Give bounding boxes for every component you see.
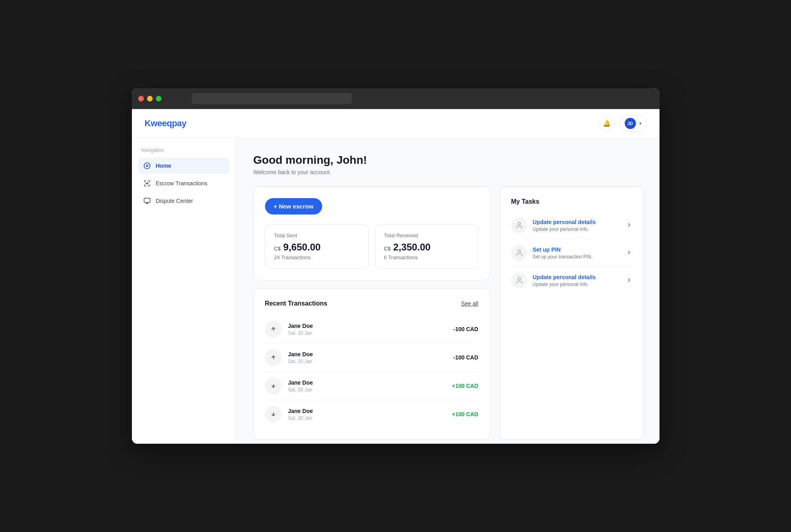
left-column: + New escrow Total Sent C$ 9,650.00 [253,187,490,440]
stat-received-count: 6 Transactions [384,254,469,260]
svg-point-10 [518,250,520,253]
nav-label: Navigation [138,147,229,153]
tasks-list: Update personal details Update your pers… [511,212,632,294]
tx-name: Jane Doe [288,351,447,357]
task-desc: Set up your transaction PIN. [533,254,621,260]
tx-date: Sat, 20 Jan [288,359,447,364]
transaction-item[interactable]: Jane Doe Sat, 20 Jan +100 CAD [265,372,478,400]
top-header: Kweeqpay 🔔 JD ▾ [132,109,659,138]
tasks-title: My Tasks [511,198,632,205]
stat-card-sent: Total Sent C$ 9,650.00 24 Transactions [265,224,369,269]
home-icon [143,162,151,170]
chevron-right-icon [626,277,632,284]
sidebar-item-dispute[interactable]: Dispute Center [138,193,229,209]
transaction-item[interactable]: Jane Doe Sat, 20 Jan -100 CAD [265,343,478,372]
tasks-card: My Tasks Update personal details Update … [500,187,644,440]
transaction-item[interactable]: Jane Doe Sat, 20 Jan +100 CAD [265,400,478,428]
chevron-right-icon [626,222,632,229]
close-button[interactable] [138,96,144,101]
sidebar-item-home[interactable]: Home [138,158,229,174]
tx-amount: +100 CAD [452,411,478,417]
sidebar-item-escrow[interactable]: Escrow Transactions [138,175,229,191]
task-desc: Update your personal info. [533,282,621,287]
main-layout: Navigation Home [132,138,659,444]
stat-sent-count: 24 Transactions [274,254,359,260]
stat-received-value: 2,350.00 [393,242,430,252]
tx-amount: -100 CAD [453,326,478,332]
traffic-lights [138,96,161,101]
greeting-title: Good morning, John! [253,154,644,167]
stat-received-amount: C$ 2,350.00 [384,242,469,253]
receive-icon [265,406,282,423]
sidebar-escrow-label: Escrow Transactions [156,180,207,187]
bell-icon: 🔔 [603,119,611,127]
svg-point-9 [518,222,520,225]
send-icon [265,349,282,366]
task-item[interactable]: Update personal details Update your pers… [511,212,632,239]
stat-sent-amount: C$ 9,650.00 [274,242,359,253]
app-body: Kweeqpay 🔔 JD ▾ Navigation [132,109,659,444]
task-title: Set up PIN [533,246,621,253]
recent-header: Recent Transactions See all [265,300,478,307]
stat-sent-label: Total Sent [274,232,359,238]
receive-icon [265,377,282,394]
dispute-icon [143,197,151,205]
svg-point-1 [146,165,148,167]
tx-date: Sat, 20 Jan [288,415,446,421]
content-area: Good morning, John! Welcome back to your… [236,138,659,444]
stats-row: Total Sent C$ 9,650.00 24 Transactions [265,224,478,269]
user-menu-button[interactable]: JD ▾ [620,115,647,132]
stat-received-label: Total Received [384,232,469,238]
task-desc: Update your personal info. [533,226,621,232]
tx-name: Jane Doe [288,408,446,414]
task-avatar [511,272,527,288]
app-window: Kweeqpay 🔔 JD ▾ Navigation [132,88,659,444]
url-bar[interactable] [192,93,352,104]
titlebar [132,88,659,109]
task-item[interactable]: Set up PIN Set up your transaction PIN. [511,239,632,267]
main-grid: + New escrow Total Sent C$ 9,650.00 [253,187,644,440]
new-escrow-button[interactable]: + New escrow [265,198,323,214]
tx-amount: +100 CAD [452,383,478,389]
escrow-icon [143,179,151,187]
stat-sent-value: 9,650.00 [283,242,321,252]
minimize-button[interactable] [147,96,153,101]
top-section: + New escrow Total Sent C$ 9,650.00 [253,187,490,280]
send-icon [265,321,282,337]
tx-date: Sat, 20 Jan [288,330,447,336]
task-item[interactable]: Update personal details Update your pers… [511,267,632,294]
recent-transactions-section: Recent Transactions See all Jane Doe Sat… [253,288,490,440]
svg-point-11 [518,278,520,280]
stat-card-received: Total Received C$ 2,350.00 6 Transaction… [375,224,478,269]
task-title: Update personal details [533,274,621,280]
tx-name: Jane Doe [288,323,447,329]
avatar: JD [625,118,636,129]
maximize-button[interactable] [156,96,161,101]
recent-title: Recent Transactions [265,300,328,307]
svg-rect-2 [144,198,150,202]
sidebar-home-label: Home [156,163,171,169]
task-avatar [511,245,527,261]
greeting-subtitle: Welcome back to your account. [253,169,644,175]
tx-name: Jane Doe [288,379,446,386]
stat-sent-currency: C$ [274,246,281,252]
transaction-item[interactable]: Jane Doe Sat, 20 Jan -100 CAD [265,315,478,343]
chevron-down-icon: ▾ [639,121,642,126]
see-all-link[interactable]: See all [461,300,478,307]
notification-button[interactable]: 🔔 [599,115,615,131]
header-right: 🔔 JD ▾ [599,115,647,132]
sidebar: Navigation Home [132,138,236,444]
tx-date: Sat, 20 Jan [288,387,446,393]
task-title: Update personal details [533,219,621,225]
chevron-right-icon [626,250,632,256]
tx-amount: -100 CAD [453,354,478,361]
stat-received-currency: C$ [384,246,391,252]
transactions-list: Jane Doe Sat, 20 Jan -100 CAD Jane Doe S… [265,315,478,428]
svg-point-0 [144,163,150,169]
logo: Kweeqpay [145,118,187,129]
task-avatar [511,217,527,233]
sidebar-dispute-label: Dispute Center [156,198,193,204]
